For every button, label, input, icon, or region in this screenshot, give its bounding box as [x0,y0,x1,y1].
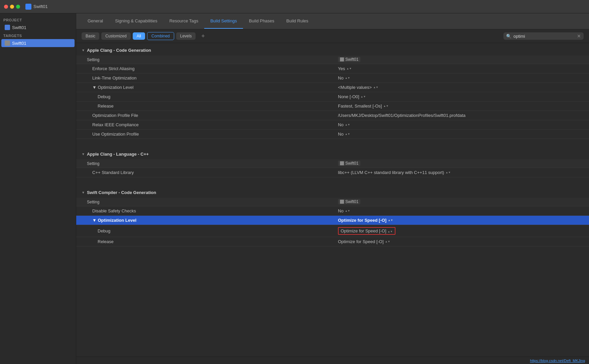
target-badge-icon-2 [340,161,344,165]
filter-combined-button[interactable]: Combined [147,32,174,40]
targets-section-label: TARGETS [0,32,76,39]
col-setting-label-2: Setting [76,159,333,168]
setting-name-selected: ▼ Optimization Level [76,216,333,225]
tab-general[interactable]: General [82,14,109,29]
search-clear-icon[interactable]: ✕ [577,33,581,39]
tab-build-settings[interactable]: Build Settings [204,14,243,29]
maximize-button[interactable] [16,5,20,9]
setting-value: Optimize for Speed [-O] ▲▼ [333,237,589,246]
col-target-badge-3: Swift01 [333,198,589,206]
setting-name: ▼ Optimization Level [76,83,333,92]
setting-name: Link-Time Optimization [76,73,333,83]
stepper-icon[interactable]: ▲▼ [345,77,350,79]
section-separator-2 [76,177,589,185]
search-box: 🔍 ✕ [503,32,584,40]
table-row: Optimization Profile File /Users/MKJ/Des… [76,111,589,120]
expand-triangle[interactable]: ▼ [92,85,97,90]
target-badge-text-1: Swift01 [345,57,358,62]
col-header-row-3: Setting Swift01 [76,198,589,206]
table-row: ▼ Optimization Level <Multiple values> ▲… [76,83,589,92]
search-input[interactable] [513,34,575,39]
setting-value: No ▲▼ [333,73,589,83]
stepper-icon[interactable]: ▲▼ [361,96,366,98]
filter-bar: Basic Customized All Combined Levels + 🔍… [76,29,589,43]
setting-name: Debug [76,225,333,237]
stepper-icon[interactable]: ▲▼ [373,86,378,89]
setting-name: Optimization Profile File [76,111,333,120]
content-area: General Signing & Capabilities Resource … [76,13,589,364]
setting-value: No ▲▼ [333,120,589,130]
section-apple-clang-code-gen-header: ▼ Apple Clang - Code Generation [76,43,589,55]
stepper-icon[interactable]: ▲▼ [383,105,388,108]
setting-value: Fastest, Smallest [-Os] ▲▼ [333,102,589,111]
tab-bar: General Signing & Capabilities Resource … [76,13,589,29]
stepper-icon[interactable]: ▲▼ [387,230,393,233]
setting-value: <Multiple values> ▲▼ [333,83,589,92]
bottom-bar: https://blog.csdn.net/Deft_MKJing [76,357,589,364]
expand-triangle-selected[interactable]: ▼ [92,218,97,223]
table-row: Debug Optimize for Speed [-O] ▲▼ [76,225,589,237]
stepper-icon[interactable]: ▲▼ [385,240,390,243]
section-separator-1 [76,139,589,147]
target-badge-text-3: Swift01 [345,199,358,204]
table-row: Debug None [-O0] ▲▼ [76,92,589,102]
col-setting-label-1: Setting [76,55,333,64]
section-title-1: Apple Clang - Code Generation [87,48,151,53]
stepper-icon[interactable]: ▲▼ [345,124,350,126]
stepper-icon[interactable]: ▲▼ [446,171,451,174]
setting-value: /Users/MKJ/Desktop/Swift01/OptimizationP… [333,111,589,120]
section-3-table: Setting Swift01 Disable Safety Checks No… [76,198,589,246]
table-row: Use Optimization Profile No ▲▼ [76,130,589,139]
table-row: Release Optimize for Speed [-O] ▲▼ [76,237,589,246]
minimize-button[interactable] [10,5,14,9]
setting-name: Debug [76,92,333,102]
setting-value: No ▲▼ [333,130,589,139]
debug-value-red-outline: Optimize for Speed [-O] ▲▼ [338,227,395,235]
sidebar-item-project[interactable]: Swift01 [1,23,75,31]
stepper-icon[interactable]: ▲▼ [345,210,350,212]
tab-signing[interactable]: Signing & Capabilities [109,14,163,29]
app-icon [25,4,31,10]
titlebar: Swift01 [0,0,589,13]
project-icon [5,25,10,30]
filter-levels-button[interactable]: Levels [176,32,196,40]
setting-value: None [-O0] ▲▼ [333,92,589,102]
section-1-table: Setting Swift01 Enforce Strict Aliasing … [76,55,589,139]
col-header-row-2: Setting Swift01 [76,159,589,168]
table-row: Release Fastest, Smallest [-Os] ▲▼ [76,102,589,111]
tab-build-phases[interactable]: Build Phases [243,14,280,29]
stepper-icon[interactable]: ▲▼ [345,133,350,136]
col-setting-label-3: Setting [76,198,333,206]
section-triangle-3: ▼ [82,191,85,194]
stepper-icon[interactable]: ▲▼ [388,219,393,222]
settings-content: ▼ Apple Clang - Code Generation Setting … [76,43,589,357]
setting-name: Release [76,102,333,111]
setting-value: Optimize for Speed [-O] ▲▼ [333,225,589,237]
filter-customized-button[interactable]: Customized [101,32,130,40]
window-controls[interactable] [4,5,20,9]
col-target-badge-1: Swift01 [333,55,589,64]
close-button[interactable] [4,5,8,9]
col-target-badge-2: Swift01 [333,159,589,168]
bottom-bar-link[interactable]: https://blog.csdn.net/Deft_MKJing [530,359,585,363]
filter-basic-button[interactable]: Basic [82,32,99,40]
section-triangle-2: ▼ [82,152,85,156]
table-row: Link-Time Optimization No ▲▼ [76,73,589,83]
target-item-label: Swift01 [12,41,26,46]
tab-resource-tags[interactable]: Resource Tags [163,14,204,29]
setting-value-selected: Optimize for Speed [-O] ▲▼ [333,216,589,225]
filter-all-button[interactable]: All [133,32,145,40]
table-row-selected[interactable]: ▼ Optimization Level Optimize for Speed … [76,216,589,225]
filter-add-button[interactable]: + [199,32,207,40]
section-title-3: Swift Compiler - Code Generation [87,190,156,195]
sidebar-item-target[interactable]: Swift01 [1,39,75,47]
setting-value: Yes ▲▼ [333,64,589,73]
stepper-icon[interactable]: ▲▼ [346,67,352,70]
section-title-2: Apple Clang - Language - C++ [87,152,149,157]
tab-build-rules[interactable]: Build Rules [280,14,315,29]
col-header-row-1: Setting Swift01 [76,55,589,64]
table-row: Enforce Strict Aliasing Yes ▲▼ [76,64,589,73]
section-2-table: Setting Swift01 C++ Standard Library lib… [76,159,589,177]
target-icon [5,40,10,46]
setting-value: No ▲▼ [333,206,589,216]
